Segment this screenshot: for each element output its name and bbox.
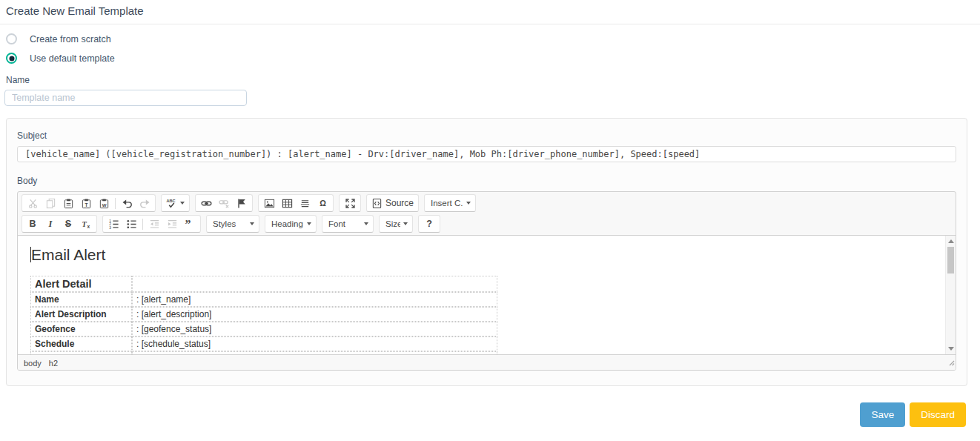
paste-plain-text-icon: T	[81, 198, 92, 209]
table-value-cell[interactable]: : [alert_name]	[132, 292, 497, 307]
increase-indent-button	[163, 216, 181, 231]
font-combo-label: Font	[328, 219, 345, 228]
radio-unselected-icon[interactable]	[6, 33, 17, 44]
radio-option-label: Use default template	[30, 53, 115, 64]
special-character-button[interactable]: Ω	[314, 196, 331, 210]
strikethrough-button[interactable]: S	[59, 216, 77, 231]
numbered-list-icon: 123	[108, 219, 119, 230]
table-icon	[282, 198, 293, 209]
svg-text:W: W	[102, 202, 106, 207]
decrease-indent-button	[145, 216, 163, 231]
undo-button[interactable]	[118, 196, 136, 210]
anchor-icon	[236, 198, 248, 209]
styles-combo[interactable]: Styles	[206, 215, 259, 233]
scroll-down-icon[interactable]	[946, 344, 956, 354]
remove-format-button[interactable]: Tx	[77, 216, 95, 231]
toolbar-group	[195, 194, 253, 212]
rich-text-editor: TWABCΩSourceInsert C... BISTx123”StylesH…	[17, 191, 956, 371]
scroll-up-icon[interactable]	[946, 236, 956, 246]
maximize-button[interactable]	[341, 196, 359, 210]
table-row: Alert Description: [alert_description]	[30, 307, 497, 322]
svg-text:T: T	[82, 219, 87, 228]
image-button[interactable]	[260, 196, 278, 210]
toolbar-separator	[115, 198, 116, 209]
cut-button	[24, 196, 42, 210]
save-button[interactable]: Save	[860, 402, 905, 427]
bulleted-list-button[interactable]	[122, 216, 140, 231]
table-row: Days Of Weeks: [days_of_week]	[30, 351, 497, 354]
paragraph-format-combo[interactable]: Heading 2	[265, 215, 317, 233]
toolbar-group: ABC	[161, 194, 190, 212]
table-value-cell[interactable]: : [schedule_status]	[132, 336, 497, 351]
font-combo[interactable]: Font	[322, 215, 374, 233]
table-value-cell[interactable]: : [alert_description]	[132, 307, 497, 322]
maximize-icon	[345, 198, 356, 209]
template-name-input[interactable]	[4, 90, 247, 106]
link-button[interactable]	[197, 196, 215, 210]
radio-selected-icon[interactable]	[6, 53, 17, 64]
table-button[interactable]	[278, 196, 296, 210]
alert-table-body: Alert Detail Name: [alert_name]Alert Des…	[30, 276, 497, 354]
toolbar-group: TW	[21, 194, 156, 212]
discard-button[interactable]: Discard	[910, 402, 966, 427]
table-value-cell[interactable]: : [days_of_week]	[132, 351, 497, 354]
dropdown-arrow-icon	[364, 222, 368, 225]
element-path-body[interactable]: body	[24, 359, 42, 368]
anchor-button[interactable]	[233, 196, 251, 210]
radio-option-0[interactable]: Create from scratch	[6, 33, 974, 44]
subject-label: Subject	[17, 127, 956, 146]
paste-plain-text-button[interactable]: T	[77, 196, 95, 210]
cut-icon	[27, 198, 39, 209]
scrollbar-thumb[interactable]	[947, 247, 954, 273]
paste-from-word-button[interactable]: W	[95, 196, 113, 210]
table-label-cell[interactable]: Schedule	[30, 336, 132, 351]
paste-button[interactable]	[59, 196, 77, 210]
copy-icon	[45, 198, 56, 209]
toolbar-separator	[142, 219, 143, 230]
radio-option-1[interactable]: Use default template	[6, 53, 974, 64]
insert-content-combo[interactable]: Insert C...	[424, 194, 476, 212]
spell-check-button[interactable]: ABC	[163, 196, 188, 210]
alert-detail-table: Alert Detail Name: [alert_name]Alert Des…	[30, 276, 497, 354]
size-combo[interactable]: Size	[379, 215, 413, 233]
source-button[interactable]: Source	[368, 196, 417, 210]
undo-icon	[122, 198, 133, 209]
blockquote-button[interactable]: ”	[181, 216, 199, 231]
editor-editable-area[interactable]: Email Alert Alert Detail Name: [alert_na…	[18, 236, 945, 354]
table-header-cell[interactable]: Alert Detail	[30, 276, 132, 292]
editor-toolbar-row-1: TWABCΩSourceInsert C...	[18, 192, 956, 214]
table-label-cell[interactable]: Geofence	[30, 322, 132, 336]
table-label-cell[interactable]: Alert Description	[30, 307, 132, 322]
about-button[interactable]: ?	[420, 216, 438, 231]
italic-icon: I	[49, 219, 53, 230]
decrease-indent-icon	[149, 219, 160, 230]
dropdown-arrow-icon	[466, 202, 471, 205]
body-label: Body	[17, 173, 956, 191]
subject-input[interactable]	[17, 146, 956, 162]
image-icon	[264, 198, 275, 209]
toolbar-group: BISTx	[21, 215, 97, 233]
bold-button[interactable]: B	[24, 216, 42, 231]
svg-text:T: T	[85, 202, 87, 207]
bold-icon: B	[29, 219, 36, 229]
svg-text:ABC: ABC	[166, 199, 175, 203]
bulleted-list-icon	[126, 219, 137, 230]
table-header-empty-cell[interactable]	[132, 276, 497, 292]
svg-text:x: x	[87, 224, 90, 229]
italic-button[interactable]: I	[42, 216, 59, 231]
dropdown-arrow-icon	[250, 222, 254, 225]
increase-indent-icon	[167, 219, 178, 230]
resize-handle-icon[interactable]	[947, 356, 955, 369]
table-value-cell[interactable]: : [geofence_status]	[132, 322, 497, 336]
remove-format-icon: Tx	[81, 219, 92, 230]
redo-icon	[139, 198, 150, 209]
element-path-h2[interactable]: h2	[49, 359, 58, 368]
table-label-cell[interactable]: Days Of Weeks	[30, 351, 132, 354]
svg-text:”: ”	[185, 219, 191, 230]
form-actions: Save Discard	[0, 386, 980, 427]
numbered-list-button[interactable]: 123	[105, 216, 122, 231]
table-label-cell[interactable]: Name	[30, 292, 132, 307]
dropdown-arrow-icon	[403, 222, 408, 225]
editor-scrollbar[interactable]	[945, 236, 956, 354]
horizontal-rule-button[interactable]	[296, 196, 314, 210]
